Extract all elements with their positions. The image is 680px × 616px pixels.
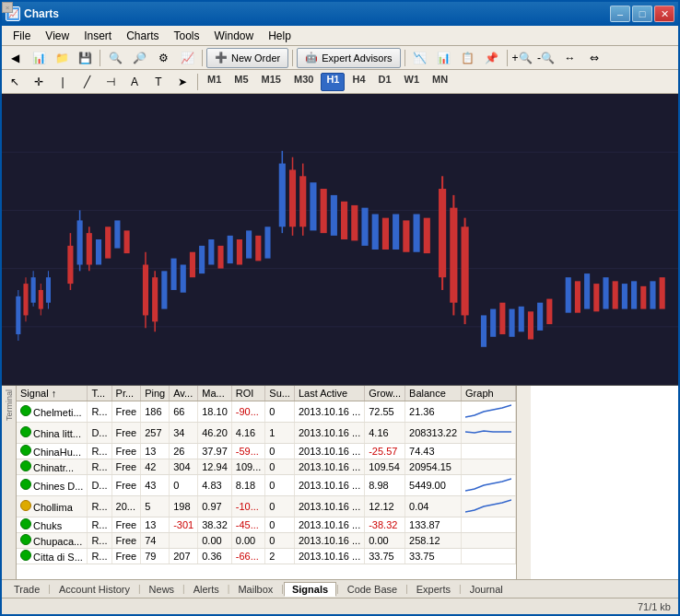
tf-m5[interactable]: M5	[229, 73, 253, 91]
tool-9[interactable]: ↔	[559, 48, 581, 68]
tab-journal[interactable]: Journal	[462, 582, 511, 597]
expert-advisors-button[interactable]: 🤖 Expert Advisors	[297, 48, 400, 68]
tab-experts[interactable]: Experts	[408, 582, 459, 597]
tab-codebase[interactable]: Code Base	[339, 582, 405, 597]
cell-signal-name[interactable]: Chollima	[17, 496, 88, 517]
table-row: Chupaca... R... Free 74 0.00 0.00 0 2013…	[17, 533, 516, 549]
signal-indicator	[20, 426, 31, 437]
tab-news[interactable]: News	[141, 582, 183, 597]
cell-signal-name[interactable]: Chuks	[17, 517, 88, 533]
col-graph[interactable]: Graph	[462, 386, 516, 401]
tool-6[interactable]: 📊	[433, 48, 455, 68]
tool-10[interactable]: ⇔	[583, 48, 605, 68]
new-order-button[interactable]: ➕ New Order	[206, 48, 288, 68]
tf-h4[interactable]: H4	[346, 73, 370, 91]
cell-signal-name[interactable]: Chines D...	[17, 475, 88, 496]
svg-rect-70	[528, 311, 533, 339]
cell-roi: 0.00	[231, 533, 265, 549]
tool-zoom-in[interactable]: 🔍	[104, 48, 126, 68]
tool-properties[interactable]: ⚙	[152, 48, 174, 68]
cell-last-active: 2013.10.16 ...	[294, 533, 364, 549]
col-balance[interactable]: Balance	[405, 386, 462, 401]
col-avg[interactable]: Av...	[170, 386, 198, 401]
cell-signal-name[interactable]: Chupaca...	[17, 533, 88, 549]
maximize-button[interactable]: □	[632, 6, 652, 22]
tf-mn[interactable]: MN	[427, 73, 453, 91]
tool-hline[interactable]: ⊣	[100, 72, 122, 92]
menu-view[interactable]: View	[38, 28, 76, 44]
col-roi[interactable]: ROI	[231, 386, 265, 401]
cell-signal-name[interactable]: Citta di S...	[17, 549, 88, 564]
tab-trade[interactable]: Trade	[6, 582, 48, 597]
col-ping[interactable]: Ping	[141, 386, 170, 401]
col-sub[interactable]: Su...	[265, 386, 295, 401]
cell-signal-name[interactable]: Chinatr...	[17, 459, 88, 475]
tab-account-history[interactable]: Account History	[51, 582, 138, 597]
tf-h1[interactable]: H1	[321, 73, 345, 91]
svg-rect-24	[124, 230, 130, 253]
menu-charts[interactable]: Charts	[119, 28, 166, 44]
tool-diagonal[interactable]: ╱	[76, 72, 98, 92]
col-type[interactable]: T...	[88, 386, 111, 401]
tf-w1[interactable]: W1	[399, 73, 426, 91]
tool-new-chart[interactable]: 📊	[28, 48, 50, 68]
tf-m1[interactable]: M1	[202, 73, 227, 91]
menu-tools[interactable]: Tools	[167, 28, 207, 44]
tool-zoom-plus[interactable]: +🔍	[511, 48, 533, 68]
sep2	[202, 50, 203, 66]
menu-help[interactable]: Help	[261, 28, 299, 44]
cell-signal-name[interactable]: ChinaHu...	[17, 444, 88, 459]
menu-insert[interactable]: Insert	[76, 28, 119, 44]
svg-rect-68	[510, 309, 515, 337]
cell-last-active: 2013.10.16 ...	[294, 549, 364, 564]
minimize-button[interactable]: –	[610, 6, 630, 22]
tool-zoom-out[interactable]: 🔎	[128, 48, 150, 68]
cell-last-active: 2013.10.16 ...	[294, 444, 364, 459]
close-panel-button[interactable]: ×	[2, 2, 13, 13]
col-growth[interactable]: Grow...	[365, 386, 405, 401]
tf-m30[interactable]: M30	[288, 73, 319, 91]
cell-signal-name[interactable]: China litt...	[17, 423, 88, 444]
col-last-active[interactable]: Last Active	[294, 386, 364, 401]
tool-8[interactable]: 📌	[481, 48, 503, 68]
table-scroll-area: Signal ↑ T... Pr... Ping Av... Ma... ROI…	[17, 386, 531, 579]
cell-roi: -45...	[231, 517, 265, 533]
tf-d1[interactable]: D1	[373, 73, 397, 91]
cell-signal-name[interactable]: Chelmeti...	[17, 401, 88, 423]
tool-crosshair[interactable]: ✛	[28, 72, 50, 92]
col-max[interactable]: Ma...	[198, 386, 232, 401]
menu-file[interactable]: File	[6, 28, 38, 44]
new-order-label: New Order	[231, 52, 280, 64]
col-signal[interactable]: Signal ↑	[17, 386, 88, 401]
cell-growth: 72.55	[365, 401, 405, 423]
tool-text[interactable]: A	[123, 72, 146, 92]
tab-mailbox[interactable]: Mailbox	[229, 582, 281, 597]
cell-type: R...	[88, 459, 111, 475]
svg-rect-77	[603, 277, 608, 308]
tab-alerts[interactable]: Alerts	[185, 582, 228, 597]
tool-save[interactable]: 💾	[74, 48, 96, 68]
window-title: Charts	[24, 7, 610, 20]
cell-max: 4.83	[198, 475, 232, 496]
tool-5[interactable]: 📉	[409, 48, 431, 68]
tool-open[interactable]: 📁	[51, 48, 73, 68]
tool-cursor[interactable]: ↖	[4, 72, 26, 92]
vertical-scrollbar[interactable]	[516, 386, 531, 579]
tool-arrow-left[interactable]: ◀	[4, 48, 26, 68]
tool-line[interactable]: |	[52, 72, 74, 92]
chart-area[interactable]	[2, 94, 678, 386]
tab-signals[interactable]: Signals	[284, 582, 336, 597]
cell-price: Free	[111, 475, 141, 496]
tf-m15[interactable]: M15	[256, 73, 287, 91]
cell-graph	[462, 475, 516, 496]
tool-arrow[interactable]: ➤	[171, 72, 193, 92]
svg-rect-33	[199, 246, 205, 273]
svg-rect-71	[537, 303, 543, 331]
tool-indicators[interactable]: 📈	[176, 48, 198, 68]
close-button[interactable]: ✕	[654, 6, 674, 22]
menu-window[interactable]: Window	[207, 28, 262, 44]
tool-label[interactable]: T	[147, 72, 170, 92]
tool-zoom-minus[interactable]: -🔍	[535, 48, 557, 68]
col-price[interactable]: Pr...	[111, 386, 141, 401]
tool-7[interactable]: 📋	[457, 48, 479, 68]
